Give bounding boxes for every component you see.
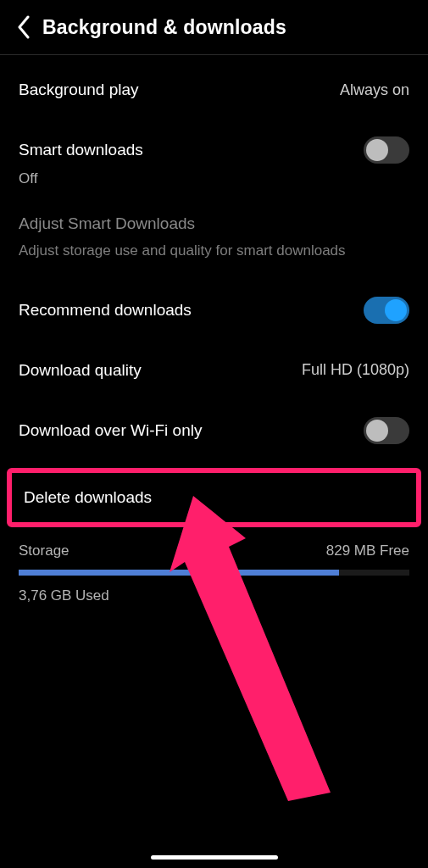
row-smart-downloads-sub: Off bbox=[0, 170, 428, 206]
back-button[interactable] bbox=[8, 12, 39, 42]
row-value: Always on bbox=[340, 81, 409, 99]
section-title: Adjust Smart Downloads bbox=[19, 214, 409, 233]
row-recommend-downloads[interactable]: Recommend downloads bbox=[0, 278, 428, 342]
toggle-download-wifi-only[interactable] bbox=[364, 417, 409, 444]
toggle-recommend-downloads[interactable] bbox=[364, 297, 409, 324]
row-label: Smart downloads bbox=[19, 141, 143, 159]
row-label: Delete downloads bbox=[24, 488, 152, 507]
row-download-quality[interactable]: Download quality Full HD (1080p) bbox=[0, 342, 428, 398]
storage-label: Storage bbox=[19, 542, 69, 559]
row-label: Download over Wi-Fi only bbox=[19, 421, 202, 440]
page-title: Background & downloads bbox=[42, 16, 286, 39]
storage-top-row: Storage 829 MB Free bbox=[19, 542, 409, 559]
storage-used: 3,76 GB Used bbox=[19, 587, 409, 604]
row-sublabel: Off bbox=[19, 170, 37, 186]
row-label: Download quality bbox=[19, 361, 142, 380]
storage-free: 829 MB Free bbox=[326, 542, 409, 559]
storage-bar-fill bbox=[19, 570, 339, 576]
settings-list: Background play Always on Smart download… bbox=[0, 55, 428, 620]
row-label: Recommend downloads bbox=[19, 301, 192, 320]
header: Background & downloads bbox=[0, 0, 428, 55]
row-background-play[interactable]: Background play Always on bbox=[0, 62, 428, 118]
chevron-left-icon bbox=[16, 15, 31, 39]
section-description: Adjust storage use and quality for smart… bbox=[19, 242, 409, 261]
row-label: Background play bbox=[19, 81, 139, 99]
storage-bar bbox=[19, 570, 409, 576]
toggle-knob bbox=[385, 299, 407, 321]
section-adjust-smart-downloads: Adjust Smart Downloads Adjust storage us… bbox=[0, 206, 428, 278]
row-download-wifi-only[interactable]: Download over Wi-Fi only bbox=[0, 398, 428, 463]
toggle-knob bbox=[366, 139, 388, 161]
row-value: Full HD (1080p) bbox=[302, 361, 409, 379]
annotation-highlight: Delete downloads bbox=[7, 468, 421, 527]
storage-section: Storage 829 MB Free 3,76 GB Used bbox=[0, 529, 428, 613]
home-indicator[interactable] bbox=[151, 855, 278, 860]
toggle-smart-downloads[interactable] bbox=[364, 136, 409, 164]
row-delete-downloads[interactable]: Delete downloads bbox=[12, 473, 416, 522]
toggle-knob bbox=[366, 420, 388, 442]
